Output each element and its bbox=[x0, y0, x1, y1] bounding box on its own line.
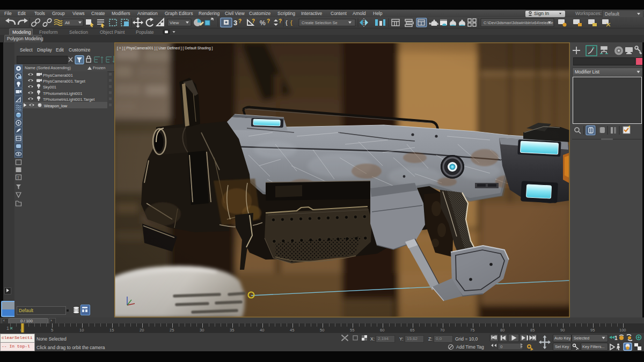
svg-text:{: { bbox=[286, 19, 288, 26]
svg-text:?: ? bbox=[238, 18, 241, 24]
svg-text:0: 0 bbox=[500, 344, 503, 349]
svg-text:T: T bbox=[17, 175, 20, 180]
svg-text:C:\Dev\3dsmax\3dswin\bin\x64\r: C:\Dev\3dsmax\3dswin\bin\x64\release bbox=[484, 20, 553, 25]
svg-text:[ + ] [ PhysCamera001 ] [ User: [ + ] [ PhysCamera001 ] [ User Defined ]… bbox=[117, 46, 213, 50]
svg-text:?: ? bbox=[267, 18, 270, 24]
svg-text:3: 3 bbox=[233, 19, 237, 27]
svg-text:?: ? bbox=[252, 18, 255, 24]
svg-text:1: 1 bbox=[6, 326, 9, 331]
svg-text:%: % bbox=[260, 19, 266, 27]
svg-text:View: View bbox=[170, 20, 179, 25]
svg-text:{: { bbox=[290, 19, 292, 26]
svg-text:All: All bbox=[65, 20, 70, 25]
svg-text:1: 1 bbox=[614, 335, 618, 341]
svg-text:Create Selection Se: Create Selection Se bbox=[302, 20, 338, 25]
svg-text:?: ? bbox=[279, 18, 282, 24]
